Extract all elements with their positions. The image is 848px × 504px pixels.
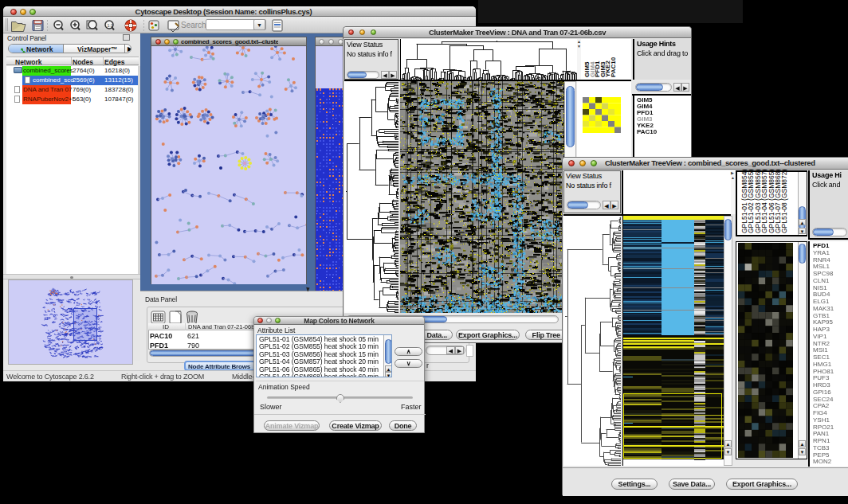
- svg-text:1:1: 1:1: [108, 23, 113, 28]
